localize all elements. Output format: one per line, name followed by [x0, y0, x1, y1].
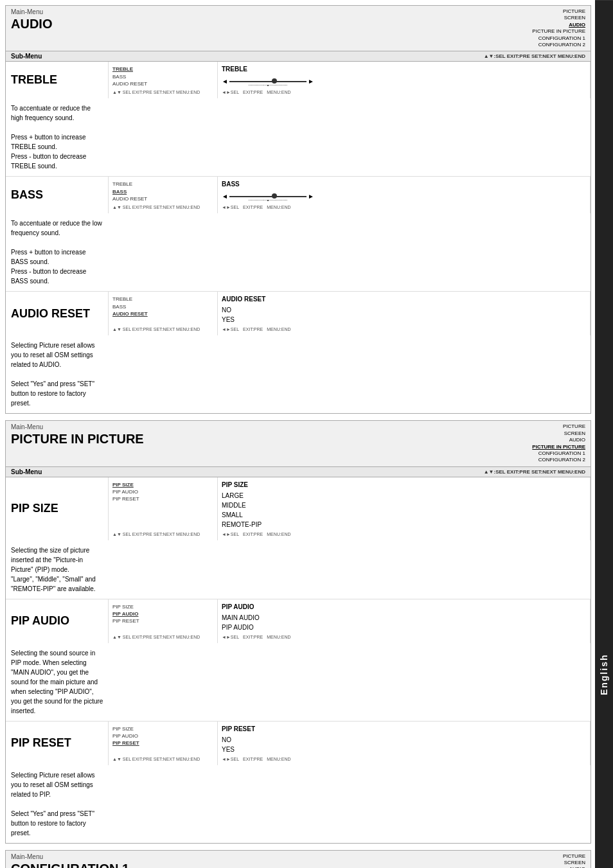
- opt-nav-bass: ◄►SELEXIT:PREMENU:END: [222, 205, 586, 209]
- nav-keys: ▲▼:SEL EXIT:PRE SET:NEXT MENU:END: [484, 53, 585, 59]
- opt-nav-treble: ◄►SELEXIT:PREMENU:END: [222, 90, 586, 94]
- item-title-pip-reset: PIP RESET: [11, 736, 103, 750]
- mini-menu-pip-reset: PIP SIZEPIP AUDIOPIP RESET: [112, 725, 213, 747]
- sub-menu-bar-audio: Sub-Menu ▲▼:SEL EXIT:PRE SET:NEXT MENU:E…: [6, 51, 591, 62]
- sections-container: Main-Menu AUDIO PICTURESCREENAUDIOPICTUR…: [5, 5, 591, 868]
- item-title-pip-audio: PIP AUDIO: [11, 614, 103, 628]
- col-description-audio-reset: Selecting Picture reset allows you to re…: [6, 335, 109, 413]
- col-options-treble: TREBLE ◄ ···············•···············…: [218, 62, 591, 98]
- sub-menu-bar-picture-in-picture: Sub-Menu ▲▼:SEL EXIT:PRE SET:NEXT MENU:E…: [6, 467, 591, 477]
- col-description-pip-audio: Selecting the sound source in PIP mode. …: [6, 643, 109, 721]
- mini-nav-pip-reset: ▲▼ SEL EXIT:PRE SET:NEXT MENU:END: [112, 757, 213, 761]
- rows-picture-in-picture: PIP SIZE PIP SIZEPIP AUDIOPIP RESET ▲▼ S…: [6, 477, 591, 843]
- col-options-bass: BASS ◄ ···············•··············· ►…: [218, 177, 591, 213]
- col-menu-pip-reset: PIP SIZEPIP AUDIOPIP RESET ▲▼ SEL EXIT:P…: [109, 722, 218, 765]
- col-title-pip-size: PIP SIZE: [6, 477, 109, 540]
- row-bass: BASS TREBLEBASSAUDIO RESET ▲▼ SEL EXIT:P…: [6, 177, 591, 292]
- item-title-pip-size: PIP SIZE: [11, 502, 103, 515]
- row-audio-reset: AUDIO RESET TREBLEBASSAUDIO RESET ▲▼ SEL…: [6, 292, 591, 413]
- col-menu-audio-reset: TREBLEBASSAUDIO RESET ▲▼ SEL EXIT:PRE SE…: [109, 292, 218, 335]
- col-menu-bass: TREBLEBASSAUDIO RESET ▲▼ SEL EXIT:PRE SE…: [109, 177, 218, 213]
- col-options-pip-audio: PIP AUDIO MAIN AUDIOPIP AUDIO ◄►SELEXIT:…: [218, 599, 591, 643]
- sub-menu-label: Sub-Menu: [11, 53, 42, 60]
- col-menu-pip-size: PIP SIZEPIP AUDIOPIP RESET ▲▼ SEL EXIT:P…: [109, 477, 218, 540]
- col-description-bass: To accentuate or reduce the low frequenc…: [6, 213, 109, 291]
- row-pip-audio: PIP AUDIO PIP SIZEPIP AUDIOPIP RESET ▲▼ …: [6, 599, 591, 722]
- page-wrapper: Main-Menu AUDIO PICTURESCREENAUDIOPICTUR…: [0, 0, 613, 868]
- main-menu-label: Main-Menu: [11, 853, 129, 860]
- section-header-audio: Main-Menu AUDIO PICTURESCREENAUDIOPICTUR…: [6, 6, 591, 51]
- col-description-treble: To accentuate or reduce the high frequen…: [6, 98, 109, 176]
- col-description-pip-size: Selecting the size of picture inserted a…: [6, 540, 109, 599]
- side-tab-english: English: [595, 0, 613, 868]
- col-title-audio-reset: AUDIO RESET: [6, 292, 109, 335]
- col-title-pip-audio: PIP AUDIO: [6, 599, 109, 643]
- mini-menu-pip-audio: PIP SIZEPIP AUDIOPIP RESET: [112, 603, 213, 625]
- row-treble: TREBLE TREBLEBASSAUDIO RESET ▲▼ SEL EXIT…: [6, 62, 591, 177]
- row-pip-size: PIP SIZE PIP SIZEPIP AUDIOPIP RESET ▲▼ S…: [6, 477, 591, 599]
- section-audio: Main-Menu AUDIO PICTURESCREENAUDIOPICTUR…: [5, 5, 591, 414]
- opt-nav-pip-reset: ◄►SELEXIT:PREMENU:END: [222, 757, 586, 761]
- main-menu-label: Main-Menu: [11, 8, 52, 15]
- item-title-bass: BASS: [11, 188, 103, 202]
- mini-nav-pip-audio: ▲▼ SEL EXIT:PRE SET:NEXT MENU:END: [112, 635, 213, 639]
- mini-menu-audio-reset: TREBLEBASSAUDIO RESET: [112, 296, 213, 317]
- row-pip-reset: PIP RESET PIP SIZEPIP AUDIOPIP RESET ▲▼ …: [6, 722, 591, 843]
- rows-audio: TREBLE TREBLEBASSAUDIO RESET ▲▼ SEL EXIT…: [6, 62, 591, 413]
- section-header-picture-in-picture: Main-Menu PICTURE IN PICTURE PICTURESCRE…: [6, 421, 591, 466]
- col-title-treble: TREBLE: [6, 62, 109, 98]
- col-menu-pip-audio: PIP SIZEPIP AUDIOPIP RESET ▲▼ SEL EXIT:P…: [109, 599, 218, 643]
- section-title-audio: AUDIO: [11, 17, 52, 31]
- mini-menu-treble: TREBLEBASSAUDIO RESET: [112, 66, 213, 87]
- col-options-pip-size: PIP SIZE LARGEMIDDLESMALLREMOTE-PIP ◄►SE…: [218, 477, 591, 540]
- section-title-picture-in-picture: PICTURE IN PICTURE: [11, 432, 144, 447]
- mini-menu-pip-size: PIP SIZEPIP AUDIOPIP RESET: [112, 481, 213, 503]
- col-options-pip-reset: PIP RESET NOYES ◄►SELEXIT:PREMENU:END: [218, 722, 591, 765]
- mini-nav-bass: ▲▼ SEL EXIT:PRE SET:NEXT MENU:END: [112, 205, 213, 209]
- section-title-configuration-1: CONFIGURATION 1: [11, 862, 129, 868]
- col-title-pip-reset: PIP RESET: [6, 722, 109, 765]
- opt-nav-pip-size: ◄►SELEXIT:PREMENU:END: [222, 532, 586, 536]
- item-title-audio-reset: AUDIO RESET: [11, 307, 103, 321]
- col-options-audio-reset: AUDIO RESET NOYES ◄►SELEXIT:PREMENU:END: [218, 292, 591, 335]
- section-header-configuration-1: Main-Menu CONFIGURATION 1 PICTURESCREENA…: [6, 851, 591, 868]
- item-title-treble: TREBLE: [11, 73, 103, 87]
- nav-menu-audio: PICTURESCREENAUDIOPICTURE IN PICTURECONF…: [532, 8, 585, 48]
- col-menu-treble: TREBLEBASSAUDIO RESET ▲▼ SEL EXIT:PRE SE…: [109, 62, 218, 98]
- nav-menu-picture-in-picture: PICTURESCREENAUDIOPICTURE IN PICTURECONF…: [532, 423, 585, 463]
- main-menu-label: Main-Menu: [11, 423, 144, 430]
- sub-menu-label: Sub-Menu: [11, 468, 42, 475]
- opt-nav-audio-reset: ◄►SELEXIT:PREMENU:END: [222, 327, 586, 332]
- nav-keys: ▲▼:SEL EXIT:PRE SET:NEXT MENU:END: [484, 469, 585, 475]
- mini-nav-audio-reset: ▲▼ SEL EXIT:PRE SET:NEXT MENU:END: [112, 327, 213, 332]
- opt-nav-pip-audio: ◄►SELEXIT:PREMENU:END: [222, 635, 586, 639]
- mini-nav-pip-size: ▲▼ SEL EXIT:PRE SET:NEXT MENU:END: [112, 532, 213, 536]
- mini-nav-treble: ▲▼ SEL EXIT:PRE SET:NEXT MENU:END: [112, 90, 213, 94]
- nav-menu-configuration-1: PICTURESCREENAUDIOPICTURE IN PICTURECONF…: [532, 853, 585, 868]
- col-description-pip-reset: Selecting Picture reset allows you to re…: [6, 765, 109, 843]
- section-picture-in-picture: Main-Menu PICTURE IN PICTURE PICTURESCRE…: [5, 420, 591, 843]
- section-configuration-1: Main-Menu CONFIGURATION 1 PICTURESCREENA…: [5, 850, 591, 868]
- col-title-bass: BASS: [6, 177, 109, 213]
- mini-menu-bass: TREBLEBASSAUDIO RESET: [112, 181, 213, 202]
